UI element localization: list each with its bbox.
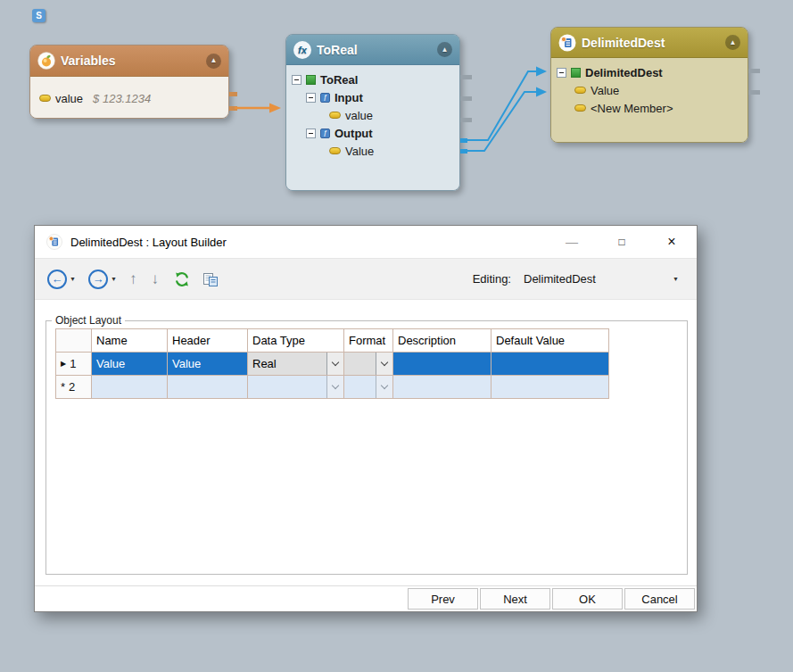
collapse-expander-icon[interactable]	[557, 68, 566, 78]
node-variables[interactable]: Variables ▲ value $ 123.1234	[29, 45, 229, 119]
function-group-icon: ƒ	[320, 93, 330, 103]
function-group-icon: ƒ	[320, 129, 330, 138]
paste-layout-button[interactable]	[202, 271, 219, 287]
column-header-header[interactable]: Header	[168, 329, 248, 353]
cell-header-row2[interactable]	[168, 376, 248, 399]
minimize-button[interactable]: —	[547, 226, 597, 258]
delimited-port[interactable]	[748, 69, 760, 73]
row-header-2[interactable]: * 2	[56, 376, 92, 399]
tree-item-input[interactable]: ƒ Input	[286, 88, 459, 106]
variable-name: value	[55, 92, 83, 105]
cell-default-row2[interactable]	[491, 376, 609, 399]
datatype-dropdown-button[interactable]	[326, 376, 343, 398]
tree-item-output-value[interactable]: Value	[286, 142, 459, 160]
cell-format-row2[interactable]	[344, 376, 393, 399]
node-toreal-header[interactable]: fx ToReal ▲	[286, 35, 459, 65]
editing-combobox[interactable]: DelimitedDest ▼	[518, 269, 684, 290]
node-variables-header[interactable]: Variables ▲	[30, 46, 228, 77]
connection-arrow-icon	[536, 87, 547, 97]
back-dropdown-caret-icon[interactable]: ▼	[70, 276, 76, 282]
delimited-port[interactable]	[748, 90, 760, 95]
tree-item-new-member[interactable]: <New Member>	[551, 99, 748, 117]
column-header-name[interactable]: Name	[92, 329, 168, 353]
field-icon	[574, 104, 586, 112]
forward-button[interactable]: →	[88, 270, 108, 289]
editing-label: Editing:	[473, 272, 511, 286]
format-value	[344, 353, 376, 375]
node-title: ToReal	[317, 43, 358, 57]
format-value	[344, 376, 376, 398]
tree-item-label: Value	[591, 84, 619, 97]
cell-default-row1[interactable]	[491, 353, 609, 376]
column-header-data-type[interactable]: Data Type	[248, 329, 344, 353]
close-icon: ×	[667, 234, 675, 250]
toreal-output-port[interactable]	[460, 138, 467, 143]
cell-name-row1[interactable]: Value	[92, 353, 168, 376]
tree-item-delimited-root[interactable]: DelimitedDest	[551, 63, 748, 81]
fx-icon: fx	[293, 41, 311, 59]
toreal-port[interactable]	[460, 118, 472, 122]
collapse-button[interactable]: ▲	[725, 35, 740, 50]
toreal-port[interactable]	[460, 96, 472, 101]
variables-output-port[interactable]	[229, 106, 237, 111]
maximize-button[interactable]: □	[597, 226, 647, 258]
cancel-button[interactable]: Cancel	[624, 588, 695, 610]
cell-header-row1[interactable]: Value	[168, 353, 248, 376]
cell-format-row1[interactable]	[344, 353, 393, 376]
column-header-description[interactable]: Description	[393, 329, 491, 353]
tree-item-input-value[interactable]: value	[286, 106, 459, 124]
column-header-default-value[interactable]: Default Value	[491, 329, 609, 353]
grid-corner-cell[interactable]	[56, 329, 92, 353]
toreal-port[interactable]	[460, 75, 472, 79]
delimited-file-icon	[558, 34, 576, 52]
collapse-arrow-icon: ▲	[730, 39, 737, 46]
node-delimiteddest-header[interactable]: DelimitedDest ▲	[551, 28, 748, 58]
forward-dropdown-caret-icon[interactable]: ▼	[111, 276, 117, 282]
column-header-format[interactable]: Format	[344, 329, 393, 353]
row-header-1[interactable]: ▶ 1	[56, 353, 92, 376]
connection-toreal-to-delimited[interactable]	[465, 71, 536, 140]
back-button[interactable]: ←	[47, 270, 67, 289]
ok-button[interactable]: OK	[552, 588, 623, 610]
tree-item-toreal-root[interactable]: ToReal	[286, 71, 459, 88]
tree-item-output[interactable]: ƒ Output	[286, 124, 459, 142]
tree-item-value[interactable]: Value	[551, 81, 748, 99]
chevron-down-icon	[381, 382, 388, 389]
new-row-marker-icon: *	[61, 380, 65, 394]
move-down-button[interactable]: ↓	[151, 271, 159, 286]
chevron-down-icon	[332, 382, 339, 389]
refresh-button[interactable]	[173, 270, 191, 288]
toreal-output-port[interactable]	[460, 149, 467, 153]
cell-datatype-row2[interactable]	[248, 376, 344, 399]
collapse-button[interactable]: ▲	[437, 42, 452, 57]
node-toreal[interactable]: fx ToReal ▲ ToReal ƒ Input value	[285, 34, 460, 191]
maximize-icon: □	[618, 236, 624, 248]
collapse-expander-icon[interactable]	[306, 129, 316, 138]
s-badge[interactable]: S	[32, 9, 45, 22]
dialog-titlebar[interactable]: DelimitedDest : Layout Builder — □ ×	[35, 226, 697, 258]
cell-description-row2[interactable]	[393, 376, 491, 399]
collapse-expander-icon[interactable]	[292, 75, 302, 85]
datatype-dropdown-button[interactable]	[326, 353, 343, 375]
connection-toreal-to-delimited[interactable]	[465, 92, 536, 151]
node-delimiteddest[interactable]: DelimitedDest ▲ DelimitedDest Value <New…	[550, 27, 748, 143]
collapse-expander-icon[interactable]	[306, 93, 316, 103]
cell-datatype-row1[interactable]: Real	[248, 353, 344, 376]
close-button[interactable]: ×	[647, 226, 697, 258]
cell-name-row2[interactable]	[92, 376, 168, 399]
prev-button[interactable]: Prev	[408, 588, 478, 610]
chevron-down-icon	[381, 359, 388, 366]
groupbox-label: Object Layout	[52, 314, 125, 327]
dialog-toolbar: ← ▼ → ▼ ↑ ↓ Editing:	[35, 258, 697, 300]
forward-arrow-icon: →	[92, 273, 103, 285]
layout-builder-dialog: DelimitedDest : Layout Builder — □ × ← ▼…	[34, 225, 698, 612]
cell-description-row1[interactable]	[393, 353, 491, 376]
move-up-button[interactable]: ↑	[129, 271, 137, 286]
variable-item-value[interactable]: value $ 123.1234	[30, 87, 228, 109]
variables-output-port[interactable]	[229, 92, 237, 96]
tree-item-label: value	[345, 109, 373, 122]
collapse-button[interactable]: ▲	[206, 54, 221, 69]
next-button[interactable]: Next	[480, 588, 550, 610]
format-dropdown-button[interactable]	[376, 376, 392, 398]
format-dropdown-button[interactable]	[376, 353, 392, 375]
